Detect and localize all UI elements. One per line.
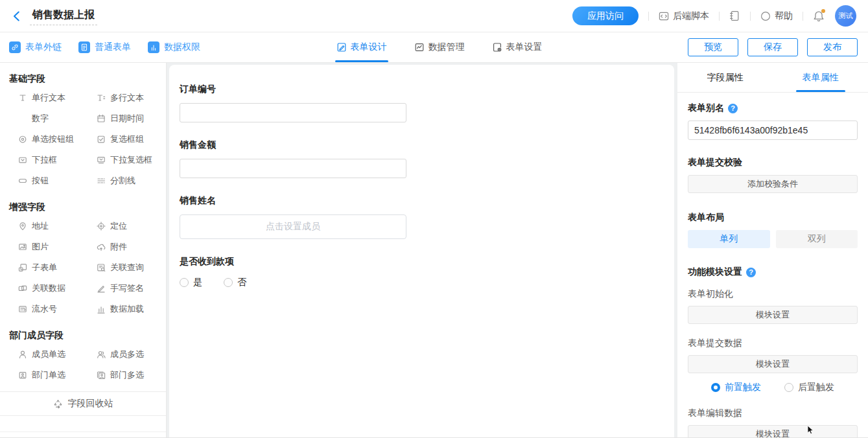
tab-field-properties[interactable]: 字段属性 xyxy=(677,63,773,92)
locate-icon xyxy=(97,222,106,231)
signature-icon xyxy=(97,284,106,293)
order-number-input[interactable] xyxy=(180,103,406,122)
notification-bell[interactable] xyxy=(813,10,825,22)
datetime-icon xyxy=(97,114,106,123)
sales-amount-input[interactable] xyxy=(180,159,406,178)
module-setting-button-init[interactable]: 模块设置 xyxy=(688,306,858,324)
field-grid: 单行文本 多行文本 数字 日期时间 单选按钮组 复选框组 下拉框 下拉复选框 按… xyxy=(9,87,166,191)
form-canvas[interactable]: 订单编号 销售金额 销售姓名 点击设置成员 是否收到款项 是 否 xyxy=(169,65,674,437)
subform-icon xyxy=(18,263,27,272)
field-item-number[interactable]: 数字 xyxy=(9,108,88,129)
data-load-icon xyxy=(97,305,106,314)
app-access-button[interactable]: 应用访问 xyxy=(572,6,639,25)
field-item-data-load[interactable]: 数据加载 xyxy=(88,299,166,319)
field-item-member-single[interactable]: 成员单选 xyxy=(9,344,88,365)
canvas-field-order-number[interactable]: 订单编号 xyxy=(180,84,664,122)
layout-single-button[interactable]: 单列 xyxy=(688,230,770,248)
field-item-dept-single[interactable]: 部门单选 xyxy=(9,365,88,386)
help-icon xyxy=(760,11,771,21)
form-external-link[interactable]: 表单外链 xyxy=(9,41,62,53)
normal-form[interactable]: 普通表单 xyxy=(78,41,131,53)
field-item-serial-number[interactable]: 流水号 xyxy=(9,299,88,319)
linked-data-icon xyxy=(18,284,27,293)
field-item-select[interactable]: 下拉框 xyxy=(9,150,88,170)
field-item-multi-select[interactable]: 下拉复选框 xyxy=(88,150,166,170)
address-icon xyxy=(18,222,27,231)
member-picker-placeholder: 点击设置成员 xyxy=(266,221,320,233)
recycle-icon xyxy=(53,399,63,409)
post-trigger-radio[interactable]: 后置触发 xyxy=(784,382,834,393)
dept-single-icon xyxy=(18,371,27,380)
field-item-linked-query[interactable]: 关联查询 xyxy=(88,257,166,278)
canvas-field-payment-received[interactable]: 是否收到款项 是 否 xyxy=(180,256,664,288)
pre-trigger-radio[interactable]: 前置触发 xyxy=(711,382,761,393)
preview-button[interactable]: 预览 xyxy=(688,38,738,56)
field-item-dept-multi[interactable]: 部门多选 xyxy=(88,365,166,386)
center-tabs: 表单设计 数据管理 表单设置 xyxy=(336,32,543,62)
form-init-label: 表单初始化 xyxy=(688,288,858,300)
trigger-options: 前置触发 后置触发 xyxy=(688,382,858,393)
field-item-radio-group[interactable]: 单选按钮组 xyxy=(9,129,88,150)
divider xyxy=(803,12,803,21)
number-icon xyxy=(18,114,27,123)
save-button[interactable]: 保存 xyxy=(747,38,798,56)
field-item-multi-line-text[interactable]: 多行文本 xyxy=(88,87,166,108)
canvas-field-sales-amount[interactable]: 销售金额 xyxy=(180,139,664,178)
field-item-signature[interactable]: 手写签名 xyxy=(88,278,166,299)
tab-form-properties[interactable]: 表单属性 xyxy=(773,63,868,92)
field-item-checkbox-group[interactable]: 复选框组 xyxy=(88,129,166,150)
add-validation-button[interactable]: 添加校验条件 xyxy=(688,175,858,193)
select-icon xyxy=(18,156,27,165)
tab-data-manage[interactable]: 数据管理 xyxy=(414,32,465,62)
module-setting-button-edit[interactable]: 模块设置 xyxy=(688,425,858,437)
user-avatar[interactable]: 测试 xyxy=(835,5,856,27)
help-question-icon[interactable] xyxy=(728,104,738,113)
single-line-text-icon xyxy=(18,93,27,102)
form-settings-icon xyxy=(492,42,502,52)
field-item-divider[interactable]: 分割线 xyxy=(88,170,166,191)
field-group-title: 增强字段 xyxy=(9,201,157,213)
link-icon xyxy=(9,41,21,53)
canvas-field-sales-name[interactable]: 销售姓名 点击设置成员 xyxy=(180,195,664,239)
field-item-datetime[interactable]: 日期时间 xyxy=(88,108,166,129)
back-icon[interactable] xyxy=(10,10,23,23)
field-item-address[interactable]: 地址 xyxy=(9,216,88,236)
field-item-linked-data[interactable]: 关联数据 xyxy=(9,278,88,299)
field-recycle-bin[interactable]: 字段回收站 xyxy=(0,391,166,416)
divider xyxy=(750,12,751,21)
top-bar: 销售数据上报 应用访问 后端脚本 帮助 测试 xyxy=(0,0,868,32)
form-alias-input[interactable] xyxy=(688,121,858,140)
member-picker[interactable]: 点击设置成员 xyxy=(180,214,406,239)
panel-body: 表单别名 表单提交校验 添加校验条件 表单布局 单列 双列 功能模块设置 表单初… xyxy=(677,93,868,437)
field-item-attachment[interactable]: 附件 xyxy=(88,236,166,257)
field-item-member-multi[interactable]: 成员多选 xyxy=(88,344,166,365)
field-item-image[interactable]: 图片 xyxy=(9,236,88,257)
bar-chart-icon xyxy=(148,41,159,53)
address-book-icon[interactable] xyxy=(729,10,740,21)
tab-form-design[interactable]: 表单设计 xyxy=(336,32,387,62)
publish-button[interactable]: 发布 xyxy=(807,38,858,56)
field-item-subform[interactable]: 子表单 xyxy=(9,257,88,278)
canvas-area: 订单编号 销售金额 销售姓名 点击设置成员 是否收到款项 是 否 xyxy=(167,63,677,437)
member-multi-icon xyxy=(97,350,106,359)
field-item-button[interactable]: 按钮 xyxy=(9,170,88,191)
module-settings-heading: 功能模块设置 xyxy=(688,266,858,278)
radio-option-yes[interactable]: 是 xyxy=(180,277,202,288)
data-permission[interactable]: 数据权限 xyxy=(148,41,200,53)
tab-form-settings[interactable]: 表单设置 xyxy=(492,32,543,62)
module-setting-button-submit[interactable]: 模块设置 xyxy=(688,355,858,373)
help-button[interactable]: 帮助 xyxy=(760,10,793,22)
dept-multi-icon xyxy=(97,371,106,380)
panel-tabs: 字段属性 表单属性 xyxy=(677,63,868,93)
radio-option-no[interactable]: 否 xyxy=(224,277,246,288)
attachment-icon xyxy=(97,242,106,251)
submit-data-label: 表单提交数据 xyxy=(688,338,858,349)
field-label: 订单编号 xyxy=(180,84,664,95)
help-question-icon[interactable] xyxy=(746,268,756,277)
field-item-single-line-text[interactable]: 单行文本 xyxy=(9,87,88,108)
page-title: 销售数据上报 xyxy=(30,7,97,25)
field-item-locate[interactable]: 定位 xyxy=(88,216,166,236)
backend-script-button[interactable]: 后端脚本 xyxy=(659,10,709,22)
layout-double-button[interactable]: 双列 xyxy=(776,230,858,248)
view-switch: 表单外链 普通表单 数据权限 xyxy=(9,32,200,62)
